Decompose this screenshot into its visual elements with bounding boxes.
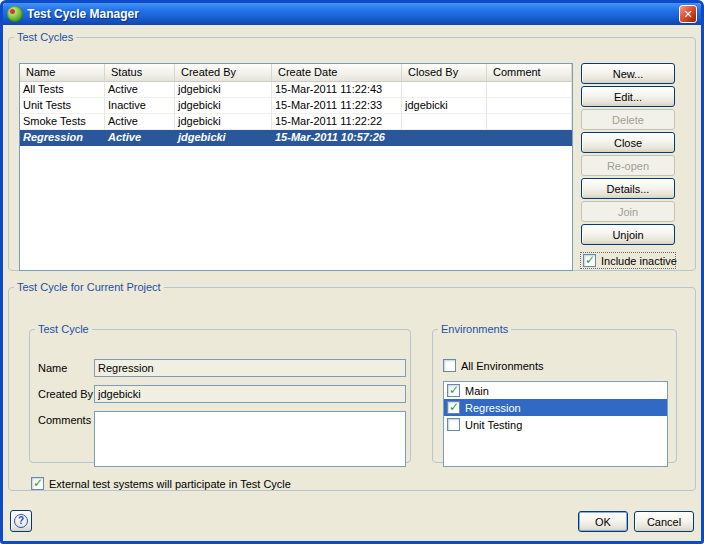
checkbox-checked-icon (31, 477, 44, 490)
created-by-field[interactable] (94, 385, 406, 403)
ok-button[interactable]: OK (578, 511, 628, 532)
checkbox-checked-icon (447, 401, 460, 414)
environments-group: Environments All Environments Main Regre… (432, 323, 677, 463)
join-button: Join (581, 201, 675, 222)
close-button[interactable]: ✕ (679, 5, 697, 23)
cell-closed-by (402, 82, 487, 98)
include-inactive-label: Include inactive (601, 255, 677, 267)
cell-status: Active (105, 114, 175, 130)
checkbox-checked-icon (447, 384, 460, 397)
edit-button[interactable]: Edit... (581, 86, 675, 107)
all-environments-label: All Environments (461, 360, 544, 372)
table-row[interactable]: Smoke Tests Active jdgebicki 15-Mar-2011… (20, 114, 572, 130)
test-cycle-detail-group-label: Test Cycle (35, 323, 92, 335)
column-header-name[interactable]: Name (20, 64, 105, 81)
cell-comment (487, 114, 572, 130)
details-button[interactable]: Details... (581, 178, 675, 199)
environment-label: Regression (465, 402, 521, 414)
dialog-window: Test Cycle Manager ✕ Test Cycles Name St… (0, 0, 704, 544)
cell-name: All Tests (20, 82, 105, 98)
cell-create-date: 15-Mar-2011 10:57:26 (272, 130, 402, 146)
cell-comment (487, 98, 572, 114)
dialog-content: Test Cycles Name Status Created By Creat… (3, 25, 701, 541)
app-icon (7, 6, 23, 22)
table-header-row: Name Status Created By Create Date Close… (20, 64, 572, 82)
column-header-status[interactable]: Status (105, 64, 175, 81)
current-project-group: Test Cycle for Current Project Test Cycl… (8, 281, 696, 491)
table-row-selected[interactable]: Regression Active jdgebicki 15-Mar-2011 … (20, 130, 572, 146)
environment-item[interactable]: Unit Testing (444, 416, 667, 433)
environment-label: Unit Testing (465, 419, 522, 431)
cell-closed-by: jdgebicki (402, 98, 487, 114)
help-button[interactable]: ? (10, 510, 32, 532)
cell-name: Unit Tests (20, 98, 105, 114)
cell-name: Smoke Tests (20, 114, 105, 130)
table-row[interactable]: Unit Tests Inactive jdgebicki 15-Mar-201… (20, 98, 572, 114)
current-project-group-label: Test Cycle for Current Project (14, 281, 164, 293)
name-field[interactable] (94, 359, 406, 377)
unjoin-button[interactable]: Unjoin (581, 224, 675, 245)
cell-created-by: jdgebicki (175, 114, 272, 130)
environment-label: Main (465, 385, 489, 397)
test-cycles-table: Name Status Created By Create Date Close… (19, 63, 573, 271)
cell-status: Active (105, 82, 175, 98)
delete-button: Delete (581, 109, 675, 130)
environment-item[interactable]: Main (444, 382, 667, 399)
column-header-comment[interactable]: Comment (487, 64, 572, 81)
comments-field[interactable] (94, 411, 406, 467)
action-button-column: New... Edit... Delete Close Re-open Deta… (581, 63, 675, 268)
checkbox-checked-icon (583, 254, 596, 267)
title-bar[interactable]: Test Cycle Manager ✕ (3, 3, 701, 25)
close-cycle-button[interactable]: Close (581, 132, 675, 153)
cell-comment (487, 82, 572, 98)
name-label: Name (38, 362, 67, 374)
comments-label: Comments (38, 414, 91, 426)
cell-created-by: jdgebicki (175, 82, 272, 98)
column-header-closed-by[interactable]: Closed By (402, 64, 487, 81)
checkbox-unchecked-icon (443, 359, 456, 372)
new-button[interactable]: New... (581, 63, 675, 84)
cell-closed-by (402, 130, 487, 146)
close-icon: ✕ (683, 8, 692, 20)
external-systems-checkbox[interactable]: External test systems will participate i… (31, 477, 291, 490)
external-systems-label: External test systems will participate i… (49, 478, 291, 490)
column-header-create-date[interactable]: Create Date (272, 64, 402, 81)
cell-status: Inactive (105, 98, 175, 114)
cell-name: Regression (20, 130, 105, 146)
environment-item-selected[interactable]: Regression (444, 399, 667, 416)
test-cycles-group: Test Cycles Name Status Created By Creat… (8, 31, 696, 271)
all-environments-checkbox[interactable]: All Environments (443, 359, 544, 372)
environments-group-label: Environments (438, 323, 511, 335)
cell-status: Active (105, 130, 175, 146)
created-by-label: Created By (38, 388, 93, 400)
cell-closed-by (402, 114, 487, 130)
checkbox-unchecked-icon (447, 418, 460, 431)
column-header-created-by[interactable]: Created By (175, 64, 272, 81)
table-row[interactable]: All Tests Active jdgebicki 15-Mar-2011 1… (20, 82, 572, 98)
reopen-button: Re-open (581, 155, 675, 176)
cell-created-by: jdgebicki (175, 130, 272, 146)
test-cycle-detail-group: Test Cycle Name Created By Comments (29, 323, 411, 463)
window-title: Test Cycle Manager (27, 7, 675, 21)
help-icon: ? (14, 514, 28, 528)
cancel-button[interactable]: Cancel (634, 511, 694, 532)
include-inactive-checkbox[interactable]: Include inactive (581, 253, 675, 268)
cell-created-by: jdgebicki (175, 98, 272, 114)
cell-create-date: 15-Mar-2011 11:22:22 (272, 114, 402, 130)
cell-comment (487, 130, 572, 146)
cell-create-date: 15-Mar-2011 11:22:43 (272, 82, 402, 98)
cell-create-date: 15-Mar-2011 11:22:33 (272, 98, 402, 114)
environments-list: Main Regression Unit Testing (443, 381, 668, 467)
test-cycles-group-label: Test Cycles (14, 31, 76, 43)
